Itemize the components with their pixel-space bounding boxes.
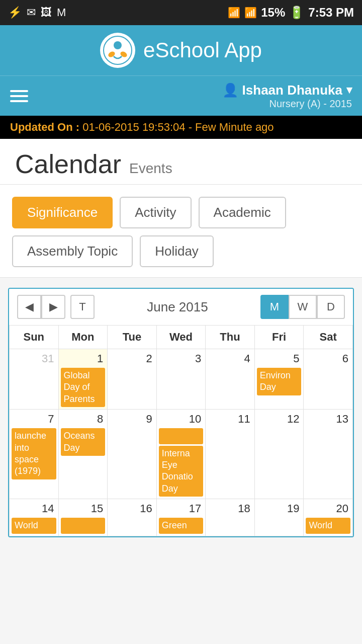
user-class-text: Nursery (A) - 2015: [222, 98, 352, 110]
nav-arrows: ◀ ▶: [17, 295, 65, 319]
cal-cell[interactable]: 4: [206, 349, 255, 410]
weekday-sat: Sat: [304, 326, 353, 349]
update-label: Updated On :: [10, 121, 79, 133]
app-logo: [100, 33, 135, 68]
event-tag: [61, 518, 106, 533]
view-buttons: M W D: [260, 295, 345, 319]
event-tag: Oceans Day: [61, 428, 106, 456]
table-row: 14 World 15 16 17 Green 18 1: [10, 499, 353, 536]
gmail-icon: M: [57, 6, 66, 19]
page-title: Calendar: [15, 149, 121, 179]
status-left-icons: ⚡ ✉ 🖼 M: [8, 6, 66, 19]
email-icon: ✉: [27, 6, 36, 19]
user-icon: 👤: [222, 83, 238, 98]
cal-cell[interactable]: 10 Interna Eye Donatio Day: [156, 410, 206, 499]
event-tag: World: [12, 518, 56, 533]
calendar-container: ◀ ▶ T June 2015 M W D Sun Mon Tue Wed Th…: [8, 288, 354, 537]
event-tag: Green: [159, 518, 204, 533]
status-bar: ⚡ ✉ 🖼 M 📶 📶 15% 🔋 7:53 PM: [0, 0, 362, 25]
cal-cell[interactable]: 5 Environ Day: [254, 349, 304, 410]
cal-cell[interactable]: 15: [58, 499, 108, 536]
filter-holiday[interactable]: Holiday: [140, 235, 214, 267]
image-icon: 🖼: [41, 6, 52, 19]
page-title-bar: Calendar Events: [0, 139, 362, 185]
event-tag: World: [306, 518, 350, 533]
week-view-button[interactable]: W: [289, 295, 317, 319]
cal-cell[interactable]: 9: [108, 410, 157, 499]
cal-cell[interactable]: 3: [156, 349, 206, 410]
next-month-button[interactable]: ▶: [41, 295, 65, 319]
app-title: eSchool App: [143, 38, 262, 62]
cal-cell[interactable]: 2: [108, 349, 157, 410]
sub-header: 👤 Ishaan Dhanuka ▾ Nursery (A) - 2015: [0, 75, 362, 116]
weekday-mon: Mon: [58, 326, 108, 349]
wifi-icon: 📶: [228, 7, 240, 19]
table-row: 7 launche into space (1979) 8 Oceans Day…: [10, 410, 353, 499]
svg-point-0: [104, 36, 132, 64]
day-view-button[interactable]: D: [317, 295, 345, 319]
filter-section: Significance Activity Academic Assembly …: [0, 185, 362, 278]
event-tag: Environ Day: [257, 368, 302, 395]
dropdown-arrow-icon: ▾: [346, 84, 352, 97]
update-datetime: 01-06-2015 19:53:04 - Few Minute ago: [82, 121, 274, 133]
logo-svg: [103, 35, 133, 65]
month-label: June 2015: [147, 299, 208, 315]
user-info: 👤 Ishaan Dhanuka ▾ Nursery (A) - 2015: [222, 83, 352, 110]
cal-cell[interactable]: 20 World: [304, 499, 353, 536]
prev-month-button[interactable]: ◀: [17, 295, 41, 319]
event-tag: Interna Eye Donatio Day: [159, 446, 204, 497]
cal-cell[interactable]: 31: [10, 349, 59, 410]
cal-cell[interactable]: 6: [304, 349, 353, 410]
cal-cell[interactable]: 11: [206, 410, 255, 499]
calendar-nav: ◀ ▶ T June 2015 M W D: [9, 289, 353, 325]
app-header: eSchool App: [0, 25, 362, 75]
clock: 7:53 PM: [308, 6, 354, 20]
filter-academic[interactable]: Academic: [199, 197, 286, 228]
cal-cell[interactable]: 18: [206, 499, 255, 536]
weekday-tue: Tue: [108, 326, 157, 349]
event-tag: [159, 428, 204, 444]
event-tag: Global Day of Parents: [61, 368, 106, 407]
weekday-thu: Thu: [206, 326, 255, 349]
cal-cell[interactable]: 12: [254, 410, 304, 499]
usb-icon: ⚡: [8, 6, 22, 19]
status-right-info: 📶 📶 15% 🔋 7:53 PM: [228, 6, 354, 20]
today-button[interactable]: T: [70, 295, 95, 319]
filter-significance[interactable]: Significance: [12, 197, 113, 228]
weekday-fri: Fri: [254, 326, 304, 349]
cal-cell[interactable]: 1 Global Day of Parents: [58, 349, 108, 410]
page-subtitle: Events: [129, 160, 172, 177]
battery-level: 15%: [261, 6, 285, 20]
cal-cell[interactable]: 8 Oceans Day: [58, 410, 108, 499]
user-name-row[interactable]: 👤 Ishaan Dhanuka ▾: [222, 83, 352, 98]
cal-cell[interactable]: 17 Green: [156, 499, 206, 536]
battery-icon: 🔋: [289, 6, 304, 20]
month-view-button[interactable]: M: [260, 295, 289, 319]
svg-point-1: [114, 41, 122, 49]
event-tag: launche into space (1979): [12, 428, 56, 479]
table-row: 31 1 Global Day of Parents 2 3 4 5 Envir: [10, 349, 353, 410]
weekday-sun: Sun: [10, 326, 59, 349]
signal-icon: 📶: [244, 7, 257, 19]
cal-cell[interactable]: 16: [108, 499, 157, 536]
cal-cell[interactable]: 13: [304, 410, 353, 499]
cal-cell[interactable]: 7 launche into space (1979): [10, 410, 59, 499]
cal-cell[interactable]: 14 World: [10, 499, 59, 536]
cal-cell[interactable]: 19: [254, 499, 304, 536]
weekday-wed: Wed: [156, 326, 206, 349]
hamburger-menu[interactable]: [10, 90, 28, 102]
update-bar: Updated On : 01-06-2015 19:53:04 - Few M…: [0, 116, 362, 139]
filter-activity[interactable]: Activity: [120, 197, 191, 228]
user-name-text: Ishaan Dhanuka: [242, 83, 342, 98]
filter-assembly[interactable]: Assembly Topic: [12, 235, 133, 267]
calendar-table: Sun Mon Tue Wed Thu Fri Sat 31 1 Global …: [9, 325, 353, 536]
